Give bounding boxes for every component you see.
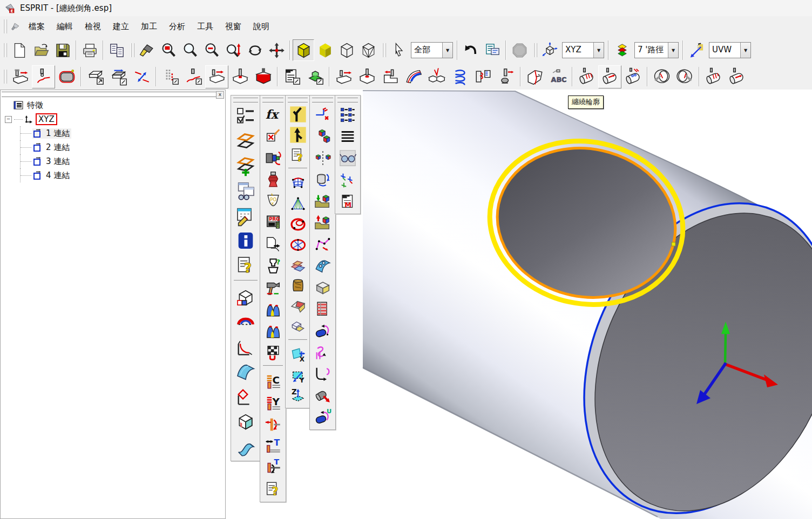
palette-grip[interactable] [312, 97, 333, 103]
box-surfaces-button[interactable] [312, 277, 334, 298]
process-plan-button[interactable] [233, 203, 258, 228]
patch-surface-button[interactable] [288, 255, 308, 276]
cylinder-u-path-button[interactable]: U [312, 406, 334, 428]
menu-9[interactable]: 說明 [247, 19, 275, 35]
panel-close-button[interactable]: x [216, 91, 224, 99]
flat-shaded-view-button[interactable] [314, 39, 336, 61]
spindle-setup-button[interactable] [262, 147, 284, 169]
face-milling-button[interactable] [9, 65, 32, 88]
pocket-feature-button[interactable]: POx [262, 190, 284, 212]
fixture-clamp-button[interactable] [262, 169, 284, 190]
export-document-button[interactable] [262, 234, 284, 255]
fillet-corner-button[interactable] [233, 335, 258, 360]
operation-list-button[interactable] [337, 104, 358, 126]
hole-pattern-button[interactable] [159, 65, 182, 88]
pan-view-button[interactable] [266, 39, 287, 61]
spot-drill-button[interactable] [355, 65, 378, 88]
wrap-contour-button[interactable] [598, 65, 621, 88]
solid-box-button[interactable] [233, 285, 258, 310]
wrap-finish-button[interactable] [725, 65, 748, 88]
torus-segment-button[interactable] [233, 310, 258, 335]
new-document-button[interactable] [9, 39, 30, 61]
property-info-button[interactable] [233, 228, 258, 253]
turn-width-button[interactable]: T [262, 435, 284, 457]
work-planes-button[interactable] [337, 169, 358, 190]
mirror-solids-button[interactable] [312, 147, 334, 169]
build-tool-button[interactable] [262, 277, 284, 298]
tree-link-row-4[interactable]: 4 連結 [1, 168, 225, 182]
corner-rounding-button[interactable] [402, 65, 425, 88]
plunge-mill-button[interactable] [228, 65, 252, 88]
face-mill-button[interactable] [205, 65, 228, 88]
swept-surface-button[interactable] [233, 434, 258, 459]
toolbar-grip[interactable] [3, 43, 7, 57]
curve-endpoints-button[interactable] [312, 104, 334, 126]
menu-6[interactable]: 分析 [163, 19, 191, 35]
macro-document-button[interactable]: M [337, 190, 358, 212]
panel-grip[interactable] [2, 91, 216, 97]
thread-mill-button[interactable] [448, 65, 471, 88]
rough-mill-button[interactable] [252, 65, 275, 88]
menu-7[interactable]: 工具 [191, 19, 219, 35]
finish-flag-button[interactable] [262, 342, 284, 363]
tree-link-row-3[interactable]: 3 連結 [1, 154, 225, 168]
add-layer-button[interactable] [233, 154, 258, 179]
tree-plane-row[interactable]: − XYZ [1, 112, 225, 126]
plane-z-button[interactable]: Z [288, 386, 308, 406]
wrap-pocket-button[interactable] [702, 65, 725, 88]
open-file-button[interactable] [30, 39, 52, 61]
stock-simulation-button[interactable] [303, 65, 327, 88]
twin-pocket-button[interactable] [425, 65, 448, 88]
export-part-button[interactable] [312, 212, 334, 234]
open-profile-button[interactable] [182, 65, 205, 88]
properties-button[interactable] [482, 39, 503, 61]
sequence-c-button[interactable]: C [262, 371, 284, 392]
find-window-button[interactable] [233, 179, 258, 203]
menu-grip[interactable] [3, 19, 7, 33]
help-document-button-3[interactable]: ? [288, 145, 308, 166]
shaded-view-button[interactable] [293, 39, 314, 61]
menu-1[interactable]: 檔案 [23, 19, 51, 35]
menu-8[interactable]: 視窗 [219, 19, 247, 35]
hide-show-button[interactable] [337, 147, 358, 169]
between-curves-button[interactable] [130, 65, 153, 88]
clamp-stack-button[interactable] [312, 298, 334, 320]
chamfer-corner-button[interactable] [233, 385, 258, 409]
save-button[interactable] [52, 39, 73, 61]
operations-checklist-button[interactable] [233, 104, 258, 129]
print-button[interactable] [79, 39, 100, 61]
pocketing-button[interactable] [55, 65, 78, 88]
chamfer-milling-button[interactable] [523, 65, 546, 88]
help-document-button-2[interactable]: ? [262, 479, 284, 500]
toolbar-grip[interactable] [533, 43, 537, 57]
merge-branch-button[interactable] [288, 104, 308, 125]
undo-button[interactable] [460, 39, 482, 61]
merge-up-button[interactable] [288, 125, 308, 145]
toolpath-points-button[interactable] [312, 234, 334, 255]
tapping-button[interactable] [495, 65, 518, 88]
barrel-solid-button[interactable] [288, 276, 308, 296]
step-mill-button[interactable] [378, 65, 402, 88]
work-plane-icon[interactable] [539, 39, 560, 61]
rotate-cylinder-button[interactable] [312, 169, 334, 190]
palette-grip[interactable] [233, 97, 258, 103]
zoom-out-button[interactable] [201, 39, 222, 61]
palette-grip[interactable] [262, 97, 283, 103]
work-plane-combo-dropdown-icon[interactable]: ▼ [593, 43, 604, 58]
layers-icon[interactable] [611, 39, 633, 61]
side-mill-button[interactable] [471, 65, 495, 88]
profile-milling-button[interactable] [32, 65, 55, 88]
facing-button[interactable] [332, 65, 355, 88]
layer-manager-button[interactable] [233, 129, 258, 154]
selection-filter-combo-dropdown-icon[interactable]: ▼ [442, 43, 452, 58]
uvw-icon[interactable] [686, 39, 707, 61]
mill-surface-a-button[interactable] [262, 298, 284, 320]
rotate-view-button[interactable] [244, 39, 266, 61]
palette-grip[interactable] [337, 97, 358, 103]
redirect-curve-button[interactable] [312, 363, 334, 385]
reverse-curve-button[interactable] [312, 342, 334, 363]
delete-element-button[interactable] [262, 126, 284, 147]
menu-2[interactable]: 編輯 [51, 19, 79, 35]
palette-grip[interactable] [288, 97, 308, 103]
uvw-combo[interactable]: UVW▼ [709, 42, 751, 58]
